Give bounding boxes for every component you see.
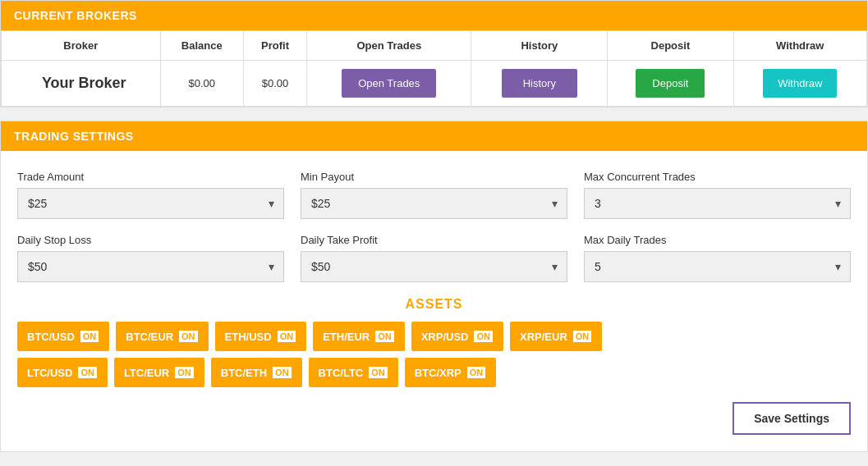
asset-on-label: ON xyxy=(473,330,494,343)
daily-take-profit-group: Daily Take Profit $50$100$150$200 xyxy=(301,234,567,282)
max-concurrent-label: Max Concurrent Trades xyxy=(584,171,851,183)
open-trades-cell: Open Trades xyxy=(307,61,471,107)
trading-settings-body: Trade Amount $25$50$100$200 Min Payout $… xyxy=(1,151,867,451)
max-concurrent-group: Max Concurrent Trades 12345 xyxy=(584,171,851,219)
broker-name: Your Broker xyxy=(2,61,161,107)
asset-btc-ltc[interactable]: BTC/LTC ON xyxy=(309,358,398,387)
asset-xrp-eur[interactable]: XRP/EUR ON xyxy=(510,322,602,351)
history-cell: History xyxy=(471,61,608,107)
asset-xrp-usd[interactable]: XRP/USD ON xyxy=(411,322,503,351)
asset-on-label: ON xyxy=(374,330,395,343)
asset-on-label: ON xyxy=(174,366,195,379)
min-payout-select[interactable]: $25$50$75$100 xyxy=(301,188,567,219)
trade-amount-group: Trade Amount $25$50$100$200 xyxy=(17,171,284,219)
asset-on-label: ON xyxy=(368,366,388,379)
brokers-table: Broker Balance Profit Open Trades Histor… xyxy=(1,30,867,107)
trade-amount-select[interactable]: $25$50$100$200 xyxy=(17,188,284,219)
col-balance: Balance xyxy=(160,31,243,61)
max-concurrent-select-wrapper: 12345 xyxy=(584,188,851,219)
asset-eth-usd[interactable]: ETH/USD ON xyxy=(215,322,307,351)
col-profit: Profit xyxy=(243,31,306,61)
daily-take-profit-label: Daily Take Profit xyxy=(301,234,567,246)
history-button[interactable]: History xyxy=(502,69,577,98)
min-payout-select-wrapper: $25$50$75$100 xyxy=(301,188,567,219)
open-trades-button[interactable]: Open Trades xyxy=(342,69,436,98)
max-daily-trades-select-wrapper: 1234510 xyxy=(584,251,851,282)
asset-on-label: ON xyxy=(178,330,199,343)
max-concurrent-select[interactable]: 12345 xyxy=(584,188,851,219)
asset-btc-xrp[interactable]: BTC/XRP ON xyxy=(405,358,497,387)
assets-grid: BTC/USD ON BTC/EUR ON ETH/USD ON ETH/EUR… xyxy=(17,322,851,351)
asset-btc-eth[interactable]: BTC/ETH ON xyxy=(211,358,302,387)
asset-on-label: ON xyxy=(272,366,292,379)
withdraw-button[interactable]: Withdraw xyxy=(763,69,837,98)
min-payout-group: Min Payout $25$50$75$100 xyxy=(301,171,567,219)
max-daily-trades-group: Max Daily Trades 1234510 xyxy=(584,234,851,282)
assets-title: ASSETS xyxy=(17,297,851,312)
max-daily-trades-label: Max Daily Trades xyxy=(584,234,851,246)
current-brokers-section: CURRENT BROKERS Broker Balance Profit Op… xyxy=(0,0,868,107)
trade-amount-select-wrapper: $25$50$100$200 xyxy=(17,188,284,219)
asset-ltc-usd[interactable]: LTC/USD ON xyxy=(17,358,108,387)
asset-on-label: ON xyxy=(77,366,98,379)
trade-amount-label: Trade Amount xyxy=(17,171,284,183)
col-history: History xyxy=(471,31,608,61)
assets-grid-2: LTC/USD ON LTC/EUR ON BTC/ETH ON BTC/LTC… xyxy=(17,358,851,387)
asset-btc-eur[interactable]: BTC/EUR ON xyxy=(116,322,208,351)
daily-take-profit-select-wrapper: $50$100$150$200 xyxy=(301,251,567,282)
deposit-button[interactable]: Deposit xyxy=(636,69,705,98)
asset-on-label: ON xyxy=(466,366,487,379)
profit-cell: $0.00 xyxy=(243,61,306,107)
asset-eth-eur[interactable]: ETH/EUR ON xyxy=(313,322,405,351)
trading-settings-header: TRADING SETTINGS xyxy=(1,121,867,151)
asset-btc-usd[interactable]: BTC/USD ON xyxy=(17,322,109,351)
save-row: Save Settings xyxy=(17,394,851,438)
save-settings-button[interactable]: Save Settings xyxy=(733,402,851,435)
trading-settings-title: TRADING SETTINGS xyxy=(14,130,134,143)
col-deposit: Deposit xyxy=(608,31,733,61)
col-open-trades: Open Trades xyxy=(307,31,471,61)
daily-take-profit-select[interactable]: $50$100$150$200 xyxy=(301,251,567,282)
max-daily-trades-select[interactable]: 1234510 xyxy=(584,251,851,282)
daily-stop-loss-select-wrapper: $50$100$150$200 xyxy=(17,251,284,282)
table-row: Your Broker $0.00 $0.00 Open Trades Hist… xyxy=(2,61,867,107)
daily-stop-loss-select[interactable]: $50$100$150$200 xyxy=(17,251,284,282)
col-withdraw: Withdraw xyxy=(733,31,867,61)
min-payout-label: Min Payout xyxy=(301,171,567,183)
col-broker: Broker xyxy=(2,31,161,61)
asset-ltc-eur[interactable]: LTC/EUR ON xyxy=(114,358,204,387)
balance-cell: $0.00 xyxy=(160,61,243,107)
asset-on-label: ON xyxy=(277,330,297,343)
deposit-cell: Deposit xyxy=(608,61,733,107)
trading-settings-section: TRADING SETTINGS Trade Amount $25$50$100… xyxy=(0,121,868,452)
withdraw-cell: Withdraw xyxy=(733,61,867,107)
settings-row-1: Trade Amount $25$50$100$200 Min Payout $… xyxy=(17,171,851,219)
settings-row-2: Daily Stop Loss $50$100$150$200 Daily Ta… xyxy=(17,234,851,282)
daily-stop-loss-group: Daily Stop Loss $50$100$150$200 xyxy=(17,234,284,282)
current-brokers-header: CURRENT BROKERS xyxy=(1,1,867,30)
current-brokers-title: CURRENT BROKERS xyxy=(14,9,137,22)
asset-on-label: ON xyxy=(572,330,593,343)
daily-stop-loss-label: Daily Stop Loss xyxy=(17,234,284,246)
asset-on-label: ON xyxy=(80,330,100,343)
